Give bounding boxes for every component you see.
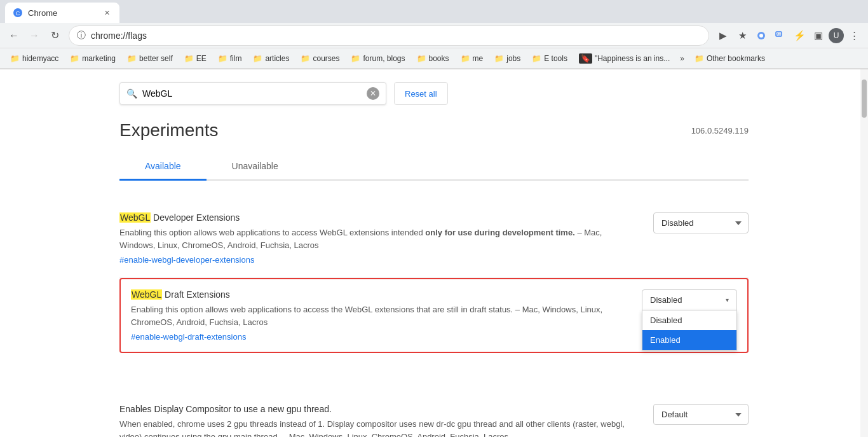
bookmark-books[interactable]: 📁 books: [412, 52, 454, 66]
bookmark-ee[interactable]: 📁 EE: [179, 52, 212, 66]
experiment-content: WebGL Developer Extensions Enabling this…: [119, 212, 628, 265]
dropdown-option-enabled[interactable]: Enabled: [642, 330, 736, 350]
experiment-item-webgl-developer: WebGL Developer Extensions Enabling this…: [119, 200, 749, 278]
user-profile-button[interactable]: U: [829, 28, 844, 43]
bookmark-label: E tools: [544, 54, 567, 63]
bookmark-jobs[interactable]: 📁 jobs: [489, 52, 526, 66]
experiment-item-drdc: Enables Display Compositor to use a new …: [119, 391, 749, 437]
bookmark-other[interactable]: 📁 Other bookmarks: [689, 52, 770, 66]
bookmark-film[interactable]: 📁 film: [213, 52, 247, 66]
search-container: 🔍 ✕ Reset all: [119, 82, 749, 105]
svg-point-3: [759, 34, 763, 38]
tabs-container: Available Unavailable: [119, 153, 749, 181]
version-text: 106.0.5249.119: [691, 126, 749, 135]
bookmarks-more-button[interactable]: »: [676, 52, 688, 66]
chevron-down-icon: ▾: [726, 296, 729, 303]
folder-icon: 📁: [351, 54, 360, 63]
experiment-link[interactable]: #enable-webgl-developer-extensions: [119, 255, 254, 265]
tab-close-button[interactable]: ✕: [102, 8, 112, 18]
profile-window-button[interactable]: ▣: [810, 27, 827, 45]
dropdown-select[interactable]: Default Disabled Enabled: [653, 212, 749, 233]
forward-button[interactable]: →: [25, 27, 43, 45]
bookmark-label: film: [230, 54, 242, 63]
dropdown-open-container: Disabled ▾ Disabled Enabled: [642, 289, 737, 310]
folder-icon: 📁: [218, 54, 227, 63]
bookmark-icon: 🔖: [579, 53, 592, 64]
svg-text:C: C: [16, 10, 20, 17]
bookmark-button[interactable]: ★: [733, 27, 751, 45]
experiment-link[interactable]: #enable-webgl-draft-extensions: [131, 332, 246, 342]
tab-title-text: Chrome: [28, 8, 57, 18]
folder-icon: 📁: [70, 54, 79, 63]
folder-icon: 📁: [494, 54, 504, 63]
translate-button[interactable]: A文: [771, 27, 789, 45]
browser-chrome: C Chrome ✕ ← → ↻ ⓘ chrome://flags ▶ ★ A文…: [0, 0, 868, 69]
nav-right-icons: ▶ ★ A文 ⚡ ▣ U ⋮: [714, 27, 863, 45]
dropdown-open-list: Disabled Enabled: [642, 310, 737, 350]
search-clear-button[interactable]: ✕: [367, 87, 379, 100]
search-icon: 🔍: [126, 88, 137, 99]
tab-unavailable[interactable]: Unavailable: [207, 153, 304, 181]
dropdown-select[interactable]: Default Disabled Enabled: [653, 404, 749, 425]
security-icon: ⓘ: [77, 30, 86, 41]
menu-button[interactable]: ⋮: [845, 27, 863, 45]
bookmark-label: books: [429, 54, 449, 63]
folder-icon: 📁: [461, 54, 470, 63]
reset-all-button[interactable]: Reset all: [394, 82, 448, 105]
dropdown-container: Default Disabled Enabled: [653, 212, 749, 233]
url-text: chrome://flags: [91, 31, 701, 41]
extensions-button[interactable]: ⚡: [790, 27, 808, 45]
bookmark-forum-blogs[interactable]: 📁 forum, blogs: [346, 52, 410, 66]
experiment-name: WebGL Developer Extensions: [119, 212, 628, 223]
bookmark-label: "Happiness is an ins...: [595, 54, 670, 63]
experiment-name: WebGL Draft Extensions: [131, 289, 616, 300]
scrollbar-thumb[interactable]: [862, 80, 867, 118]
experiment-description: When enabled, chrome uses 2 gpu threads …: [119, 418, 628, 437]
bookmark-label: me: [473, 54, 484, 63]
folder-icon: 📁: [695, 54, 704, 63]
dropdown-trigger[interactable]: Disabled ▾: [642, 289, 737, 310]
folder-icon: 📁: [184, 54, 194, 63]
bookmark-hidemyacc[interactable]: 📁 hidemyacc: [5, 52, 64, 66]
search-input[interactable]: [142, 88, 362, 99]
nav-bar: ← → ↻ ⓘ chrome://flags ▶ ★ A文 ⚡ ▣ U ⋮: [0, 23, 868, 48]
bookmark-articles[interactable]: 📁 articles: [248, 52, 294, 66]
bookmark-me[interactable]: 📁 me: [456, 52, 489, 66]
address-bar[interactable]: ⓘ chrome://flags: [69, 25, 709, 46]
experiment-name: Enables Display Compositor to use a new …: [119, 404, 628, 414]
back-button[interactable]: ←: [5, 27, 23, 45]
highlight-text: webgl: [600, 419, 622, 429]
dropdown-current-value: Disabled: [650, 295, 682, 305]
highlight-text: WebGL: [131, 289, 162, 300]
active-tab[interactable]: C Chrome ✕: [5, 3, 119, 23]
bookmark-label: jobs: [506, 54, 520, 63]
flags-page: 🔍 ✕ Reset all Experiments 106.0.5249.119…: [100, 69, 768, 437]
bookmarks-bar: 📁 hidemyacc 📁 marketing 📁 better self 📁 …: [0, 48, 868, 69]
dropdown-container: Default Disabled Enabled: [653, 404, 749, 425]
dropdown-option-disabled[interactable]: Disabled: [642, 310, 736, 330]
bookmark-label: EE: [196, 54, 207, 63]
svg-text:A文: A文: [776, 32, 782, 36]
bookmark-marketing[interactable]: 📁 marketing: [65, 52, 121, 66]
folder-icon: 📁: [301, 54, 310, 63]
experiment-content: Enables Display Compositor to use a new …: [119, 404, 628, 437]
scrollbar-track: [860, 69, 868, 437]
bookmark-etools[interactable]: 📁 E tools: [527, 52, 573, 66]
reload-button[interactable]: ↻: [46, 27, 64, 45]
tab-available[interactable]: Available: [119, 153, 207, 181]
folder-icon: 📁: [253, 54, 262, 63]
bookmark-courses[interactable]: 📁 courses: [295, 52, 344, 66]
bookmark-label: marketing: [82, 54, 116, 63]
folder-icon: 📁: [532, 54, 541, 63]
bookmark-better-self[interactable]: 📁 better self: [122, 52, 178, 66]
experiment-item-webgl-draft: WebGL Draft Extensions Enabling this opt…: [119, 278, 749, 353]
bookmark-happiness[interactable]: 🔖 "Happiness is an ins...: [574, 51, 675, 66]
bookmark-label: forum, blogs: [363, 54, 405, 63]
tab-bar: C Chrome ✕: [0, 0, 868, 23]
cast-button[interactable]: ▶: [714, 27, 732, 45]
folder-icon: 📁: [10, 54, 20, 63]
folder-icon: 📁: [417, 54, 426, 63]
search-input-wrapper: 🔍 ✕: [119, 82, 386, 105]
google-lens-button[interactable]: [752, 27, 770, 45]
experiments-header: Experiments 106.0.5249.119: [119, 120, 749, 141]
